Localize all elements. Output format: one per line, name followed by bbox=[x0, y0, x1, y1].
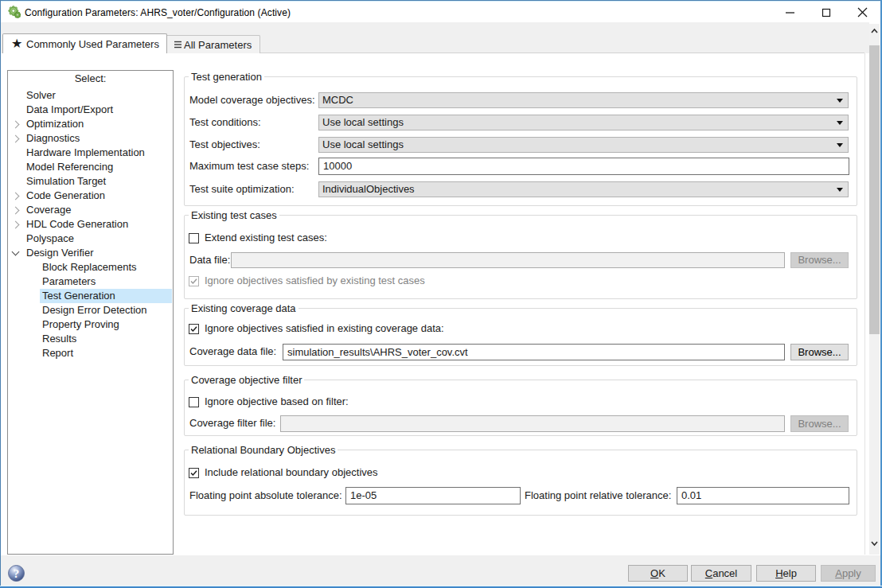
svg-text:?: ? bbox=[14, 567, 20, 580]
